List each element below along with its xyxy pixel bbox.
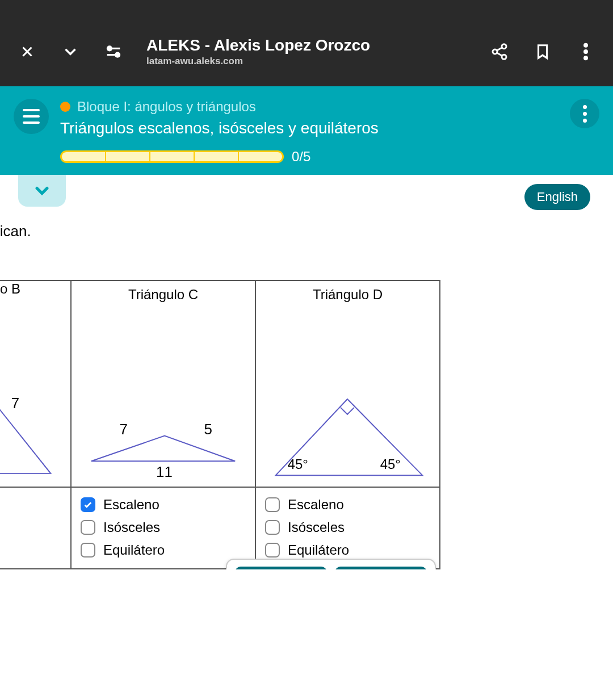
checkbox-icon bbox=[265, 520, 280, 535]
triangle-b-figure: 7 bbox=[0, 306, 70, 482]
expand-down-button[interactable] bbox=[60, 41, 81, 62]
reset-button[interactable] bbox=[335, 567, 427, 569]
action-panel bbox=[226, 559, 436, 569]
option-label: Isósceles bbox=[103, 519, 160, 535]
language-label: English bbox=[537, 190, 578, 204]
browser-url: latam-awu.aleks.com bbox=[146, 56, 467, 67]
progress-text: 0/5 bbox=[292, 149, 310, 165]
checkbox-icon bbox=[265, 543, 280, 558]
breadcrumb-text: Bloque I: ángulos y triángulos bbox=[77, 99, 256, 115]
option-d-isosceles[interactable]: Isósceles bbox=[265, 516, 430, 539]
close-tab-button[interactable] bbox=[17, 41, 37, 62]
svg-line-8 bbox=[497, 53, 502, 56]
checkbox-icon bbox=[81, 543, 95, 558]
progress-bar bbox=[60, 150, 284, 163]
svg-text:7: 7 bbox=[119, 421, 127, 437]
instruction-text: lican. bbox=[0, 212, 613, 240]
browser-bar: ALEKS - Alexis Lopez Orozco latam-awu.al… bbox=[0, 17, 613, 86]
settings-toggle-icon[interactable] bbox=[103, 41, 124, 62]
svg-point-0 bbox=[107, 47, 111, 51]
bookmark-button[interactable] bbox=[532, 41, 553, 62]
option-c-isosceles[interactable]: Isósceles bbox=[81, 516, 246, 539]
svg-text:5: 5 bbox=[204, 421, 212, 437]
menu-kebab-button[interactable] bbox=[576, 41, 596, 62]
checkbox-checked-icon bbox=[81, 497, 95, 512]
section-title: Triángulos escalenos, isósceles y equilá… bbox=[60, 119, 559, 137]
option-label: Escaleno bbox=[288, 497, 344, 513]
svg-text:45°: 45° bbox=[380, 456, 401, 472]
triangle-c-header: Triángulo C bbox=[72, 281, 255, 308]
share-button[interactable] bbox=[489, 41, 510, 62]
option-c-escaleno[interactable]: Escaleno bbox=[81, 493, 246, 516]
svg-text:45°: 45° bbox=[288, 456, 308, 472]
checkbox-icon bbox=[81, 520, 95, 535]
svg-point-11 bbox=[583, 56, 588, 60]
triangle-d-header: Triángulo D bbox=[256, 281, 439, 308]
svg-point-10 bbox=[583, 49, 588, 54]
hamburger-menu-button[interactable] bbox=[14, 99, 49, 134]
content-area: English lican. o B 7 Triángulo C 7 bbox=[0, 175, 613, 569]
option-label: Equilátero bbox=[288, 542, 349, 558]
svg-point-5 bbox=[493, 49, 497, 54]
svg-point-2 bbox=[116, 53, 120, 57]
triangle-c-figure: 7 5 11 bbox=[72, 308, 255, 484]
option-d-equilatero[interactable]: Equilátero bbox=[265, 539, 430, 561]
option-d-escaleno[interactable]: Escaleno bbox=[265, 493, 430, 516]
status-dot-icon bbox=[60, 102, 70, 112]
cancel-button[interactable] bbox=[235, 567, 327, 569]
option-label: Escaleno bbox=[103, 497, 159, 513]
checkbox-icon bbox=[265, 497, 280, 512]
option-c-equilatero[interactable]: Equilátero bbox=[81, 539, 246, 561]
collapse-toggle-button[interactable] bbox=[18, 175, 66, 207]
triangle-d-figure: 45° 45° bbox=[256, 308, 439, 484]
svg-text:7: 7 bbox=[11, 395, 19, 411]
browser-title: ALEKS - Alexis Lopez Orozco bbox=[146, 36, 467, 55]
breadcrumb: Bloque I: ángulos y triángulos bbox=[60, 99, 559, 115]
language-button[interactable]: English bbox=[524, 184, 590, 210]
svg-line-7 bbox=[497, 48, 502, 51]
app-header: Bloque I: ángulos y triángulos Triángulo… bbox=[0, 86, 613, 175]
section-menu-button[interactable] bbox=[570, 99, 599, 128]
option-label: Equilátero bbox=[103, 542, 165, 558]
triangle-table: o B 7 Triángulo C 7 5 11 T bbox=[0, 280, 440, 569]
svg-marker-13 bbox=[91, 436, 235, 462]
svg-text:11: 11 bbox=[156, 464, 173, 480]
svg-point-9 bbox=[583, 43, 588, 48]
svg-point-6 bbox=[502, 55, 506, 59]
svg-point-4 bbox=[502, 44, 506, 49]
option-label: Isósceles bbox=[288, 519, 345, 535]
status-bar bbox=[0, 0, 613, 17]
triangle-b-header: o B bbox=[0, 281, 70, 306]
